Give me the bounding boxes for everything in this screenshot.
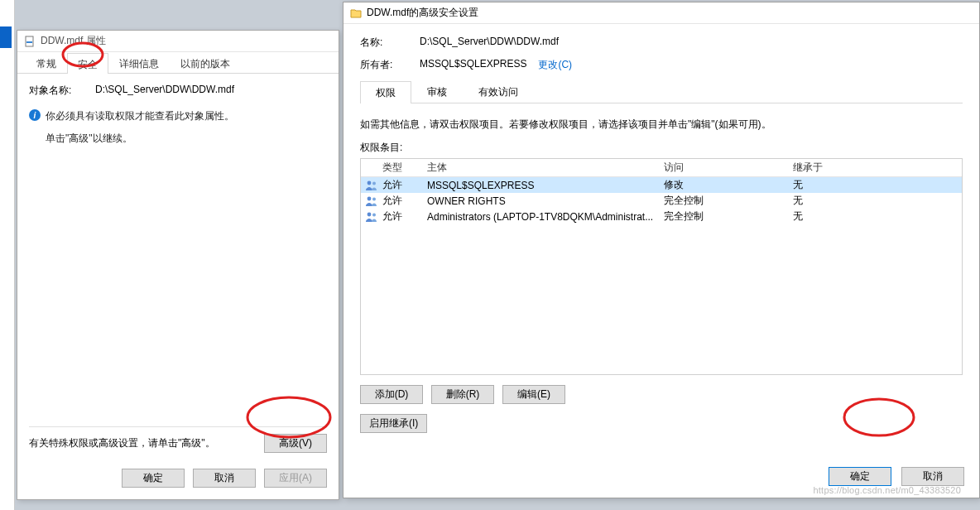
permission-row[interactable]: 允许MSSQL$SQLEXPRESS修改无 (361, 177, 962, 193)
svg-point-4 (368, 196, 372, 200)
divider (29, 426, 327, 427)
permission-list[interactable]: 类型 主体 访问 继承于 允许MSSQL$SQLEXPRESS修改无允许OWNE… (360, 158, 963, 375)
edit-button[interactable]: 编辑(E) (502, 385, 565, 404)
cell-principal: Administrators (LAPTOP-1TV8DQKM\Administ… (427, 211, 664, 223)
properties-title-text: DDW.mdf 属性 (41, 34, 106, 48)
cancel-button[interactable]: 取消 (901, 467, 964, 486)
tab-general[interactable]: 常规 (26, 52, 67, 73)
advanced-titlebar[interactable]: DDW.mdf的高级安全设置 (343, 2, 979, 24)
svg-rect-1 (26, 41, 32, 43)
security-tabs: 权限 审核 有效访问 (360, 80, 963, 103)
permission-row[interactable]: 允许Administrators (LAPTOP-1TV8DQKM\Admini… (361, 209, 962, 224)
object-name-value: D:\SQL_Server\DDW\DDW.mdf (95, 84, 234, 98)
header-access[interactable]: 访问 (664, 161, 793, 175)
permission-entries-label: 权限条目: (360, 141, 963, 155)
apply-button: 应用(A) (264, 469, 327, 488)
ok-button[interactable]: 确定 (829, 467, 891, 486)
cell-inherited: 无 (793, 209, 892, 224)
cell-access: 完全控制 (664, 194, 793, 208)
cancel-button[interactable]: 取消 (193, 469, 256, 488)
tab-previous-versions[interactable]: 以前的版本 (170, 52, 241, 73)
properties-titlebar[interactable]: DDW.mdf 属性 (17, 31, 339, 52)
properties-dialog: DDW.mdf 属性 常规 安全 详细信息 以前的版本 对象名称: D:\SQL… (17, 30, 339, 500)
svg-point-7 (372, 213, 376, 216)
permission-list-header: 类型 主体 访问 继承于 (361, 159, 962, 177)
advanced-button[interactable]: 高级(V) (264, 434, 327, 453)
advanced-title-text: DDW.mdf的高级安全设置 (367, 6, 478, 20)
cell-type: 允许 (382, 178, 427, 192)
principal-icon (361, 196, 382, 206)
cell-principal: MSSQL$SQLEXPRESS (427, 180, 664, 191)
name-value: D:\SQL_Server\DDW\DDW.mdf (420, 36, 559, 50)
watermark-text: https://blog.csdn.net/m0_43383520 (814, 485, 961, 495)
background-window-strip (0, 0, 15, 510)
svg-point-2 (368, 180, 372, 185)
properties-tabs: 常规 安全 详细信息 以前的版本 (17, 52, 339, 74)
tab-permissions[interactable]: 权限 (360, 81, 411, 103)
tab-details[interactable]: 详细信息 (108, 52, 170, 73)
object-name-label: 对象名称: (29, 84, 95, 98)
permissions-description: 如需其他信息，请双击权限项目。若要修改权限项目，请选择该项目并单击"编辑"(如果… (360, 117, 963, 132)
hint-text: 单击"高级"以继续。 (29, 132, 327, 146)
back-button-fragment (0, 26, 12, 48)
cell-inherited: 无 (793, 194, 892, 208)
cell-type: 允许 (382, 209, 427, 224)
advanced-security-dialog: DDW.mdf的高级安全设置 名称: D:\SQL_Server\DDW\DDW… (343, 2, 980, 498)
remove-button[interactable]: 删除(R) (431, 385, 494, 404)
add-button[interactable]: 添加(D) (360, 385, 423, 404)
tab-security[interactable]: 安全 (67, 53, 108, 74)
cell-principal: OWNER RIGHTS (427, 195, 664, 207)
permission-row[interactable]: 允许OWNER RIGHTS完全控制无 (361, 193, 962, 209)
cell-inherited: 无 (793, 178, 892, 192)
folder-icon (350, 7, 362, 19)
cell-access: 修改 (664, 178, 793, 192)
advanced-hint: 有关特殊权限或高级设置，请单击"高级"。 (29, 436, 215, 450)
tab-effective-access[interactable]: 有效访问 (463, 80, 534, 103)
svg-point-3 (372, 181, 376, 185)
svg-point-5 (372, 197, 376, 200)
ok-button[interactable]: 确定 (122, 469, 185, 488)
info-text: 你必须具有读取权限才能查看此对象属性。 (46, 109, 234, 123)
cell-type: 允许 (382, 194, 427, 208)
principal-icon (361, 180, 382, 190)
tab-auditing[interactable]: 审核 (411, 80, 463, 103)
owner-label: 所有者: (360, 58, 420, 72)
header-inherited[interactable]: 继承于 (793, 161, 892, 175)
enable-inheritance-button[interactable]: 启用继承(I) (360, 414, 427, 433)
principal-icon (361, 212, 382, 222)
header-type[interactable]: 类型 (382, 161, 427, 175)
name-label: 名称: (360, 36, 420, 50)
info-icon: i (29, 109, 41, 121)
owner-value: MSSQL$SQLEXPRESS (420, 58, 526, 72)
svg-point-6 (368, 212, 372, 216)
header-principal[interactable]: 主体 (427, 161, 664, 175)
file-icon (24, 36, 36, 47)
cell-access: 完全控制 (664, 209, 793, 224)
change-owner-link[interactable]: 更改(C) (538, 58, 572, 72)
